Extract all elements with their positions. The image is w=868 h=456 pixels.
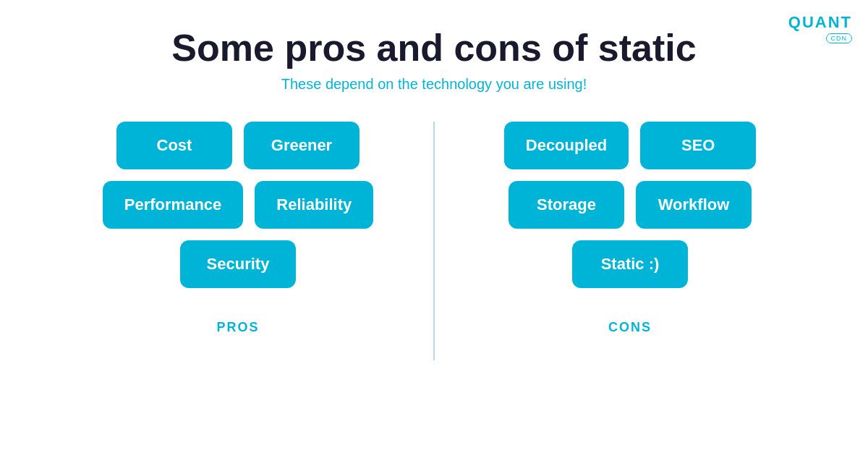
- cons-row-3: Static :): [572, 240, 688, 288]
- tag-performance: Performance: [103, 181, 244, 229]
- tag-security: Security: [180, 240, 296, 288]
- pros-tags: Cost Greener Performance Reliability Sec…: [103, 122, 373, 300]
- pros-row-1: Cost Greener: [116, 122, 359, 169]
- subtitle: These depend on the technology you are u…: [0, 76, 868, 93]
- tag-reliability: Reliability: [255, 181, 373, 229]
- tag-decoupled: Decoupled: [504, 122, 629, 169]
- logo-sub: CDN: [826, 33, 853, 43]
- pros-column: Cost Greener Performance Reliability Sec…: [50, 122, 426, 335]
- cons-column: Decoupled SEO Storage Workflow Static :)…: [442, 122, 818, 335]
- pros-label: PROS: [216, 320, 259, 335]
- cons-tags: Decoupled SEO Storage Workflow Static :): [504, 122, 756, 300]
- tag-storage: Storage: [509, 181, 624, 229]
- header: Some pros and cons of static These depen…: [0, 0, 868, 93]
- logo: QUANT CDN: [788, 13, 852, 43]
- pros-row-2: Performance Reliability: [103, 181, 373, 229]
- tag-seo: SEO: [640, 122, 756, 169]
- divider: [433, 122, 435, 360]
- cons-row-2: Storage Workflow: [509, 181, 752, 229]
- cons-row-1: Decoupled SEO: [504, 122, 756, 169]
- pros-row-3: Security: [180, 240, 296, 288]
- content: Cost Greener Performance Reliability Sec…: [0, 122, 868, 382]
- tag-greener: Greener: [244, 122, 359, 169]
- main-title: Some pros and cons of static: [0, 28, 868, 69]
- tag-static: Static :): [572, 240, 688, 288]
- logo-text: QUANT: [788, 13, 852, 32]
- tag-workflow: Workflow: [636, 181, 752, 229]
- tag-cost: Cost: [116, 122, 232, 169]
- cons-label: CONS: [608, 320, 652, 335]
